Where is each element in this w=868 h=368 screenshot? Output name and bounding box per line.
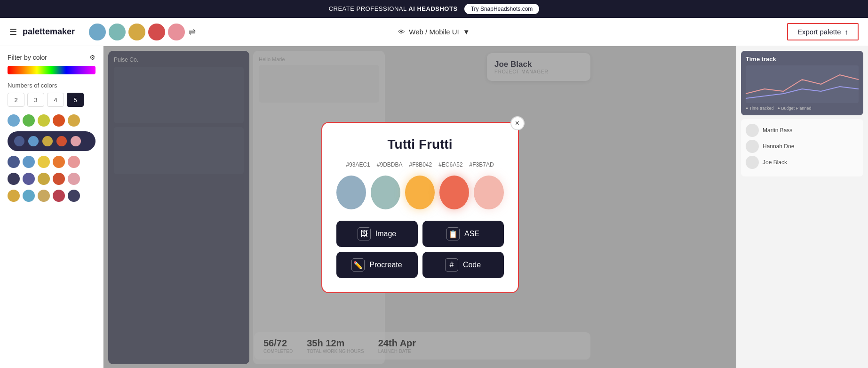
palette-circle[interactable] <box>168 24 185 40</box>
top-banner: CREATE PROFESSIONAL AI HEADSHOTS Try Sna… <box>0 0 868 18</box>
right-panel: Time track ● Time tracked● Budget Planne… <box>736 46 868 368</box>
palette-row-4 <box>8 190 96 202</box>
numbers-label: Numbers of colors <box>8 82 96 89</box>
color-codes: #93AEC1#9DBDBA#F8B042#EC6A52#F3B7AD <box>336 161 504 168</box>
swatch[interactable] <box>8 156 20 168</box>
modal-swatch-4[interactable] <box>474 176 503 209</box>
swatch[interactable] <box>23 114 35 127</box>
time-track-panel: Time track ● Time tracked● Budget Planne… <box>741 51 863 115</box>
swatch[interactable] <box>23 156 35 168</box>
palette-circles <box>89 24 185 40</box>
color-code: #EC6A52 <box>438 161 462 168</box>
swatch[interactable] <box>53 190 65 202</box>
swatch[interactable] <box>8 114 20 127</box>
swatch[interactable] <box>38 190 50 202</box>
filter-label: Filter by color <box>8 54 47 61</box>
swatch[interactable] <box>68 156 80 168</box>
legend: ● Time tracked● Budget Planned <box>746 106 859 111</box>
modal-swatch-3[interactable] <box>439 176 469 209</box>
banner-text: CREATE PROFESSIONAL AI HEADSHOTS <box>329 5 460 12</box>
person-name: Martin Bass <box>763 127 792 134</box>
swatch[interactable] <box>68 173 80 185</box>
btn-label: ASE <box>464 230 479 238</box>
content-area: Pulse Co. Hello Marie Joe Black PROJECT … <box>104 46 736 368</box>
modal-action-image[interactable]: 🖼Image <box>336 221 418 247</box>
modal-overlay[interactable]: × Tutti Frutti #93AEC1#9DBDBA#F8B042#EC6… <box>104 46 736 368</box>
palette-circle[interactable] <box>148 24 165 40</box>
logo: palettemaker <box>23 27 75 37</box>
person-name: Joe Black <box>763 159 787 166</box>
swatch[interactable] <box>8 190 20 202</box>
color-code: #F8B042 <box>409 161 432 168</box>
modal-swatch-1[interactable] <box>371 176 400 209</box>
pill-swatch[interactable] <box>28 136 39 146</box>
view-selector[interactable]: 👁 Web / Mobile UI ▼ <box>398 28 470 36</box>
number-btn-5[interactable]: 5 <box>67 93 84 107</box>
person-row: Hannah Doe <box>746 140 859 153</box>
btn-label: Image <box>375 230 396 238</box>
btn-icon-image: 🖼 <box>358 227 371 240</box>
number-btn-2[interactable]: 2 <box>8 93 24 107</box>
swatch[interactable] <box>53 173 65 185</box>
dark-pill <box>8 131 96 151</box>
eye-icon: 👁 <box>398 28 405 36</box>
modal-close-btn[interactable]: × <box>510 116 525 130</box>
export-palette-btn[interactable]: Export palette ↑ <box>787 23 859 40</box>
modal-action-ase[interactable]: 📋ASE <box>422 221 504 247</box>
swatch[interactable] <box>8 173 20 185</box>
palette-row-2 <box>8 156 96 168</box>
try-btn[interactable]: Try SnapHeadshots.com <box>464 4 540 14</box>
btn-icon-code: # <box>445 258 458 272</box>
time-track-title: Time track <box>746 56 859 63</box>
swatch[interactable] <box>23 173 35 185</box>
palette-circle[interactable] <box>109 24 126 40</box>
pill-swatch[interactable] <box>56 136 67 146</box>
number-btn-3[interactable]: 3 <box>27 93 44 107</box>
filter-icon[interactable]: ⚙ <box>89 54 96 61</box>
palette-circle[interactable] <box>128 24 145 40</box>
swatch[interactable] <box>53 156 65 168</box>
pill-swatch[interactable] <box>14 136 24 146</box>
number-btn-4[interactable]: 4 <box>47 93 64 107</box>
color-code: #F3B7AD <box>470 161 494 168</box>
color-spectrum[interactable] <box>8 66 96 74</box>
menu-icon[interactable]: ☰ <box>9 27 17 37</box>
sidebar: Filter by color ⚙ Numbers of colors 2345 <box>0 46 104 368</box>
palette-row-3 <box>8 173 96 185</box>
btn-label: Procreate <box>369 261 402 269</box>
color-code: #93AEC1 <box>346 161 370 168</box>
person-row: Martin Bass <box>746 124 859 137</box>
palette-modal: × Tutti Frutti #93AEC1#9DBDBA#F8B042#EC6… <box>321 122 519 293</box>
export-label: Export palette <box>797 28 841 36</box>
modal-action-code[interactable]: #Code <box>422 252 504 278</box>
people-panel: Martin BassHannah DoeJoe Black <box>741 119 863 176</box>
palette-row-1 <box>8 114 96 127</box>
avatar <box>746 156 759 169</box>
swatch[interactable] <box>38 173 50 185</box>
header: ☰ palettemaker ⇌ 👁 Web / Mobile UI ▼ Exp… <box>0 18 868 46</box>
view-label: Web / Mobile UI <box>409 28 459 36</box>
swatch[interactable] <box>68 190 80 202</box>
chevron-down-icon: ▼ <box>463 28 470 36</box>
modal-title: Tutti Frutti <box>336 137 504 152</box>
main-layout: Filter by color ⚙ Numbers of colors 2345… <box>0 46 868 368</box>
modal-swatch-2[interactable] <box>405 176 435 209</box>
avatar <box>746 140 759 153</box>
person-name: Hannah Doe <box>763 143 794 150</box>
modal-action-procreate[interactable]: ✏️Procreate <box>336 252 418 278</box>
swatch[interactable] <box>23 190 35 202</box>
btn-icon-ase: 📋 <box>446 227 460 240</box>
swatch[interactable] <box>53 114 65 127</box>
number-btns: 2345 <box>8 93 96 107</box>
shuffle-btn[interactable]: ⇌ <box>189 27 196 37</box>
swatch[interactable] <box>68 114 80 127</box>
pill-swatch[interactable] <box>71 136 81 146</box>
pill-swatch[interactable] <box>42 136 53 146</box>
swatch[interactable] <box>38 156 50 168</box>
time-track-chart <box>746 65 859 103</box>
swatch[interactable] <box>38 114 50 127</box>
modal-swatch-0[interactable] <box>336 176 366 209</box>
palette-circle[interactable] <box>89 24 106 40</box>
modal-actions: 🖼Image📋ASE✏️Procreate#Code <box>336 221 504 278</box>
filter-header: Filter by color ⚙ <box>8 54 96 61</box>
